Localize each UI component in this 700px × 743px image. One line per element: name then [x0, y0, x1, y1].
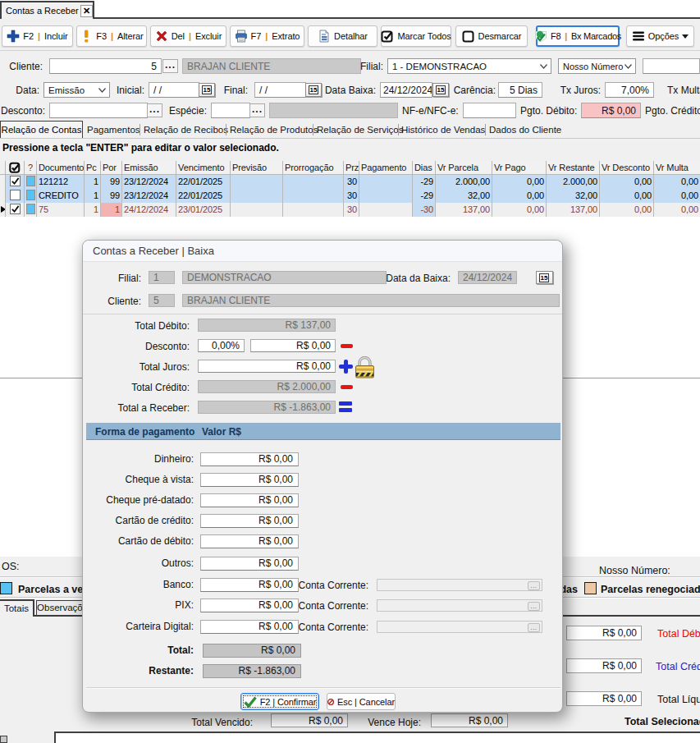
tab-historico-de-vendas[interactable]: Histórico de Vendas	[401, 123, 485, 137]
cartao-debito-input[interactable]: R$ 0,00	[200, 534, 299, 548]
nfe-input[interactable]	[463, 103, 516, 118]
grid-row[interactable]: 75 1 1 24/12/2024 23/01/2025 30 -30 137,…	[0, 203, 700, 217]
header-pagamento[interactable]: Pagamento	[359, 161, 413, 175]
header-vr-desconto[interactable]: Vr Desconto	[600, 161, 654, 175]
total-liquido-field[interactable]: R$ 0,00	[566, 691, 642, 706]
outros-input[interactable]: R$ 0,00	[200, 557, 299, 571]
cell-vr-restante: 32,00	[547, 189, 600, 203]
tab-close-icon[interactable]: ✕	[80, 5, 93, 17]
cell-vr-pago: 0,00	[492, 203, 547, 217]
confirmar-button[interactable]: F2 | Confirmar	[240, 693, 319, 710]
desconto-browse-button[interactable]: ...	[147, 103, 162, 117]
grid-row[interactable]: CREDITO 1 99 23/12/2024 22/01/2025 30 -2…	[0, 189, 700, 203]
row-check-cell[interactable]	[6, 189, 25, 203]
tab-pagamentos[interactable]: Pagamentos	[87, 123, 140, 137]
tab-relacao-de-produtos[interactable]: Relação de Produtos	[230, 123, 318, 137]
nosso-numero-select[interactable]: Nosso Número	[558, 58, 636, 74]
nosso-numero-input[interactable]	[643, 58, 700, 74]
data-inicial-input[interactable]: / /	[149, 82, 199, 98]
header-previsao[interactable]: Previsão	[231, 161, 283, 175]
header-q[interactable]: ?	[25, 161, 37, 175]
header-documento[interactable]: Documento	[37, 161, 85, 175]
total-credito-field[interactable]: R$ 0,00	[566, 658, 642, 673]
desconto-input[interactable]	[49, 103, 148, 118]
header-vr-parcela[interactable]: Vr Parcela	[436, 161, 492, 175]
especie-input[interactable]	[211, 103, 250, 118]
header-prorrogacao[interactable]: Prorrogação	[283, 161, 344, 175]
cheque-pre-datado-input[interactable]: R$ 0,00	[200, 493, 299, 507]
bx-marcados-button[interactable]: F8|Bx Marcados	[536, 25, 620, 47]
tx-juros-input[interactable]: 7,00%	[605, 82, 654, 98]
grid-row[interactable]: 121212 1 99 23/12/2024 22/01/2025 30 -29…	[0, 175, 700, 189]
header-dias[interactable]: Dias	[413, 161, 436, 175]
detalhar-button[interactable]: Detalhar	[308, 25, 377, 47]
desconto-valor-input[interactable]: R$ 0,00	[250, 339, 336, 352]
cancelar-button[interactable]: Esc | Cancelar	[327, 693, 396, 710]
cell-previsao	[231, 189, 283, 203]
excluir-button[interactable]: Del|Excluir	[150, 25, 226, 47]
tab-relacao-de-recibos[interactable]: Relação de Recibos	[144, 123, 228, 137]
tab-contas-a-receber[interactable]: Contas a Receber ✕	[0, 1, 94, 19]
opcoes-button[interactable]: Opções	[626, 25, 694, 47]
checkbox-checked-icon[interactable]	[10, 176, 21, 186]
check-mark-icon	[11, 177, 20, 186]
cartao-credito-input[interactable]: R$ 0,00	[200, 514, 299, 528]
desmarcar-button[interactable]: Desmarcar	[455, 25, 528, 47]
tab-totais[interactable]: Totais	[0, 599, 34, 617]
header-pc[interactable]: Pc	[85, 161, 101, 175]
data-final-input[interactable]: / /	[254, 82, 306, 98]
header-por[interactable]: Por	[101, 161, 122, 175]
field-text: DEMONSTRACAO	[183, 272, 386, 283]
total-juros-input[interactable]: R$ 0,00	[198, 360, 336, 373]
banco-conta-field[interactable]: ...	[377, 579, 542, 591]
field-text: R$ 2.000,00	[199, 381, 335, 392]
cell-previsao	[231, 175, 283, 189]
header-vr-multa[interactable]: Vr Multa	[654, 161, 700, 175]
observacoes-area[interactable]	[54, 732, 700, 743]
desconto-pct-input[interactable]: 0,00%	[198, 339, 245, 352]
vence-hoje-field[interactable]: R$ 0,00	[431, 713, 508, 727]
header-prz[interactable]: Prz	[344, 161, 359, 175]
data-baixa-input[interactable]: 24/12/2024	[380, 82, 432, 98]
tab-relacao-de-servicos[interactable]: Relação de Serviços	[317, 123, 403, 137]
pgto-debito-field: R$ 0,00	[581, 103, 641, 118]
checkbox-checked-icon[interactable]	[10, 204, 21, 214]
field-text	[270, 103, 397, 105]
checkbox-empty-icon[interactable]	[10, 190, 21, 200]
cheque-vista-input[interactable]: R$ 0,00	[200, 473, 299, 487]
cliente-code-field[interactable]: 5	[49, 58, 162, 74]
data-baixa-calendar-button[interactable]: 15	[432, 83, 449, 97]
pix-conta-field[interactable]: ...	[377, 599, 542, 612]
filial-select[interactable]: 1 - DEMONSTRACAO	[387, 58, 551, 74]
marcar-todos-button[interactable]: Marcar Todos	[381, 25, 451, 47]
total-debito-field[interactable]: R$ 0,00	[566, 626, 642, 640]
ellipsis-icon[interactable]: ...	[528, 581, 540, 590]
row-check-cell[interactable]	[6, 203, 25, 217]
pix-input[interactable]: R$ 0,00	[200, 599, 299, 612]
cliente-browse-button[interactable]: ...	[162, 59, 178, 73]
tab-dados-do-cliente[interactable]: Dados do Cliente	[489, 123, 561, 137]
baixa-calendar-button[interactable]: 15	[536, 271, 553, 284]
row-check-cell[interactable]	[6, 175, 25, 189]
header-emissao[interactable]: Emissão	[122, 161, 176, 175]
carencia-input[interactable]: 5 Dias	[498, 82, 542, 98]
ellipsis-icon[interactable]: ...	[528, 602, 540, 611]
chevron-down-icon	[625, 64, 632, 69]
header-vr-pago[interactable]: Vr Pago	[492, 161, 547, 175]
ellipsis-icon[interactable]: ...	[528, 623, 540, 632]
header-check-all[interactable]	[6, 161, 25, 175]
especie-browse-button[interactable]: ...	[249, 103, 265, 117]
carteira-digital-input[interactable]: R$ 0,00	[200, 620, 299, 634]
carteira-conta-field[interactable]: ...	[377, 621, 542, 633]
pgto-credito-label: Pgto. Crédito:	[645, 104, 700, 117]
header-vr-restante[interactable]: Vr Restante	[547, 161, 600, 175]
banco-input[interactable]: R$ 0,00	[200, 578, 299, 592]
final-calendar-button[interactable]: 15	[305, 83, 322, 97]
incluir-button[interactable]: F2|Incluir	[2, 25, 73, 47]
header-vencimento[interactable]: Vencimento	[176, 161, 231, 175]
alterar-button[interactable]: F3|Alterar	[76, 25, 147, 47]
extrato-button[interactable]: F7|Extrato	[230, 25, 304, 47]
tab-relacao-de-contas[interactable]: Relação de Contas	[0, 121, 83, 139]
dinheiro-input[interactable]: R$ 0,00	[200, 452, 299, 466]
total-vencido-field[interactable]: R$ 0,00	[271, 713, 348, 727]
